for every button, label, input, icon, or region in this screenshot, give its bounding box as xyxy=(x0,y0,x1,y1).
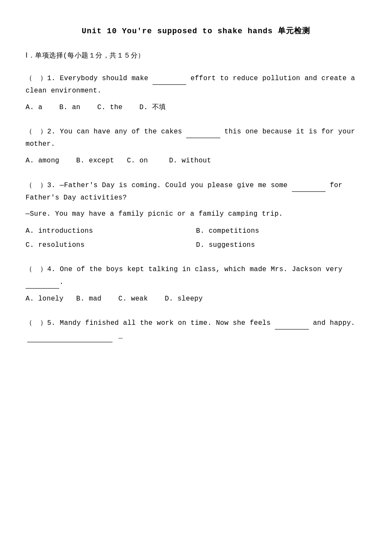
q1-paren-open: （ xyxy=(26,75,32,82)
question-5-text: （ ）5. Mandy finished all the work on tim… xyxy=(26,317,366,342)
question-5: （ ）5. Mandy finished all the work on tim… xyxy=(26,317,366,342)
page-title: Unit 10 You're supposed to shake hands 单… xyxy=(26,26,366,36)
q2-option-a: A. among B. except C. on D. without xyxy=(26,157,211,165)
q2-number: 2. You can have any of the cakes xyxy=(47,128,187,136)
q2-paren-open: （ xyxy=(26,128,32,136)
q5-trailing: _ xyxy=(118,332,123,340)
question-2-text: （ ）2. You can have any of the cakes this… xyxy=(26,125,366,150)
q3-number: 3. —Father's Day is coming. Could you pl… xyxy=(47,182,292,189)
q3-paren-open: （ xyxy=(26,182,32,189)
q1-option-a: A. a B. an C. the D. 不填 xyxy=(26,104,166,111)
q2-options: A. among B. except C. on D. without xyxy=(26,155,366,167)
q4-period: . xyxy=(59,278,63,286)
q5-number: 5. Mandy finished all the work on time. … xyxy=(47,319,275,327)
q4-option-a: A. lonely B. mad C. weak D. sleepy xyxy=(26,295,203,303)
q3-options: A. introductions B. competitions C. reso… xyxy=(26,225,366,251)
q5-text-after: and happy. xyxy=(309,319,355,327)
question-3: （ ）3. —Father's Day is coming. Could you… xyxy=(26,179,366,251)
q3-paren-blank xyxy=(32,179,40,192)
q1-blank xyxy=(153,72,186,85)
q3-option-a: A. introductions xyxy=(26,225,196,237)
q3-blank xyxy=(292,179,326,192)
q4-paren-blank xyxy=(32,263,40,276)
q3-paren-close: ） xyxy=(40,182,47,189)
q1-paren-close: ） xyxy=(40,75,47,82)
section-header: Ⅰ．单项选择(每小题１分，共１５分） xyxy=(26,51,366,60)
q5-underline xyxy=(27,330,112,342)
q4-blank xyxy=(26,276,59,289)
q3-option-b: B. competitions xyxy=(196,225,366,237)
question-1-text: （ ）1. Everybody should make effort to re… xyxy=(26,72,366,97)
q1-number: 1. Everybody should make xyxy=(47,75,153,82)
q5-paren-blank xyxy=(32,317,40,330)
question-4: （ ）4. One of the boys kept talking in cl… xyxy=(26,263,366,305)
q5-paren-close: ） xyxy=(40,319,47,327)
q4-options: A. lonely B. mad C. weak D. sleepy xyxy=(26,293,366,305)
q3-answer-text: —Sure. You may have a family picnic or a… xyxy=(26,210,283,218)
q4-paren-open: （ xyxy=(26,266,32,273)
q1-options: A. a B. an C. the D. 不填 xyxy=(26,101,366,114)
q2-paren-close: ） xyxy=(40,128,47,136)
q3-response: —Sure. You may have a family picnic or a… xyxy=(26,208,366,220)
q3-option-c: C. resolutions xyxy=(26,239,196,251)
q2-paren-blank xyxy=(32,126,40,138)
question-2: （ ）2. You can have any of the cakes this… xyxy=(26,125,366,167)
q4-paren-close: ） xyxy=(40,266,47,273)
q5-paren-open: （ xyxy=(26,319,32,327)
q5-blank xyxy=(275,317,308,330)
question-3-text: （ ）3. —Father's Day is coming. Could you… xyxy=(26,179,366,204)
q2-blank xyxy=(186,125,220,138)
q1-paren-blank xyxy=(32,72,40,85)
q3-option-d: D. suggestions xyxy=(196,239,366,251)
question-1: （ ）1. Everybody should make effort to re… xyxy=(26,72,366,113)
q4-number: 4. One of the boys kept talking in class… xyxy=(47,266,343,273)
question-4-text: （ ）4. One of the boys kept talking in cl… xyxy=(26,263,366,289)
